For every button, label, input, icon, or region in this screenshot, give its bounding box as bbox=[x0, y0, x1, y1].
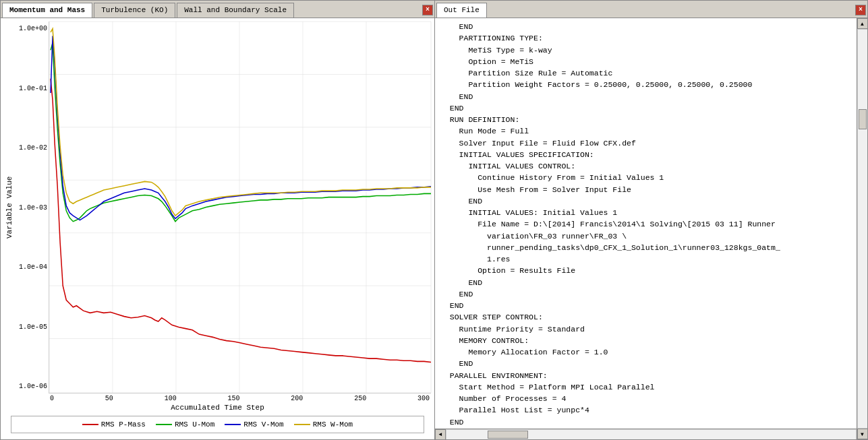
y-tick-4: 1.0e-04 bbox=[15, 263, 47, 271]
y-tick-5: 1.0e-05 bbox=[15, 323, 47, 331]
y-tick-1: 1.0e-01 bbox=[15, 85, 47, 92]
chart-legend: RMS P-Mass RMS U-Mom RMS V-Mom RMS W-Mom bbox=[11, 416, 424, 433]
legend-item-wmom: RMS W-Mom bbox=[294, 420, 353, 429]
tab-wall-boundary[interactable]: Wall and Boundary Scale bbox=[177, 3, 294, 18]
x-axis-label: Accumulated Time Step bbox=[4, 402, 431, 413]
y-tick-6: 1.0e-06 bbox=[15, 383, 47, 390]
scroll-thumb-horizontal[interactable] bbox=[488, 431, 528, 439]
horizontal-scrollbar[interactable]: ◄ ► bbox=[435, 429, 867, 439]
scroll-track-vertical[interactable] bbox=[857, 29, 868, 429]
right-panel: Out File × END PARTITIONING TYPE: MeTiS … bbox=[435, 0, 868, 440]
right-tab-bar: Out File × bbox=[435, 1, 867, 18]
x-tick-2: 100 bbox=[165, 395, 177, 402]
legend-item-umom: RMS U-Mom bbox=[156, 420, 214, 429]
legend-label-umom: RMS U-Mom bbox=[175, 420, 214, 429]
tab-out-file[interactable]: Out File bbox=[436, 3, 487, 18]
scroll-up-button[interactable]: ▲ bbox=[857, 18, 868, 29]
legend-label-wmom: RMS W-Mom bbox=[313, 420, 353, 429]
x-tick-1: 50 bbox=[105, 395, 113, 402]
y-tick-0: 1.0e+00 bbox=[15, 25, 47, 32]
legend-label-vmom: RMS V-Mom bbox=[243, 420, 283, 429]
chart-svg bbox=[49, 22, 431, 393]
legend-item-vmom: RMS V-Mom bbox=[225, 420, 283, 429]
x-tick-6: 300 bbox=[417, 395, 430, 402]
chart-area: Variable Value 1.0e+00 1.0e-01 1.0e-02 1… bbox=[1, 18, 434, 439]
line-rms-wmom bbox=[51, 29, 431, 216]
scroll-thumb-vertical[interactable] bbox=[859, 109, 867, 129]
scroll-track-horizontal[interactable] bbox=[446, 429, 857, 440]
legend-item-pmass: RMS P-Mass bbox=[82, 420, 146, 429]
y-tick-2: 1.0e-02 bbox=[15, 144, 47, 152]
tab-momentum-mass[interactable]: Momentum and Mass bbox=[2, 3, 92, 18]
legend-line-umom bbox=[156, 424, 172, 425]
vertical-scrollbar[interactable]: ▲ ▼ bbox=[857, 18, 867, 429]
left-panel: Momentum and Mass Turbulence (KO) Wall a… bbox=[0, 0, 435, 440]
scroll-left-button[interactable]: ◄ bbox=[435, 429, 446, 440]
line-rms-pmass bbox=[51, 79, 431, 363]
legend-line-vmom bbox=[225, 424, 241, 425]
text-lines: END PARTITIONING TYPE: MeTiS Type = k-wa… bbox=[440, 21, 855, 428]
chart-container: Variable Value 1.0e+00 1.0e-01 1.0e-02 1… bbox=[4, 22, 431, 394]
legend-line-pmass bbox=[82, 424, 98, 425]
text-content-area: END PARTITIONING TYPE: MeTiS Type = k-wa… bbox=[435, 18, 867, 429]
chart-plot-area bbox=[49, 22, 431, 394]
legend-label-pmass: RMS P-Mass bbox=[101, 420, 146, 429]
legend-line-wmom bbox=[294, 424, 310, 425]
x-tick-3: 150 bbox=[227, 395, 239, 402]
x-tick-4: 200 bbox=[291, 395, 303, 402]
x-tick-5: 250 bbox=[354, 395, 366, 402]
line-rms-vmom bbox=[51, 36, 431, 220]
x-tick-0: 0 bbox=[50, 395, 54, 402]
left-close-button[interactable]: × bbox=[422, 5, 433, 15]
left-tab-bar: Momentum and Mass Turbulence (KO) Wall a… bbox=[1, 1, 434, 18]
tab-turbulence[interactable]: Turbulence (KO) bbox=[94, 3, 175, 18]
y-axis-label: Variable Value bbox=[4, 22, 15, 394]
right-close-button[interactable]: × bbox=[855, 5, 866, 15]
y-tick-3: 1.0e-03 bbox=[15, 204, 47, 212]
